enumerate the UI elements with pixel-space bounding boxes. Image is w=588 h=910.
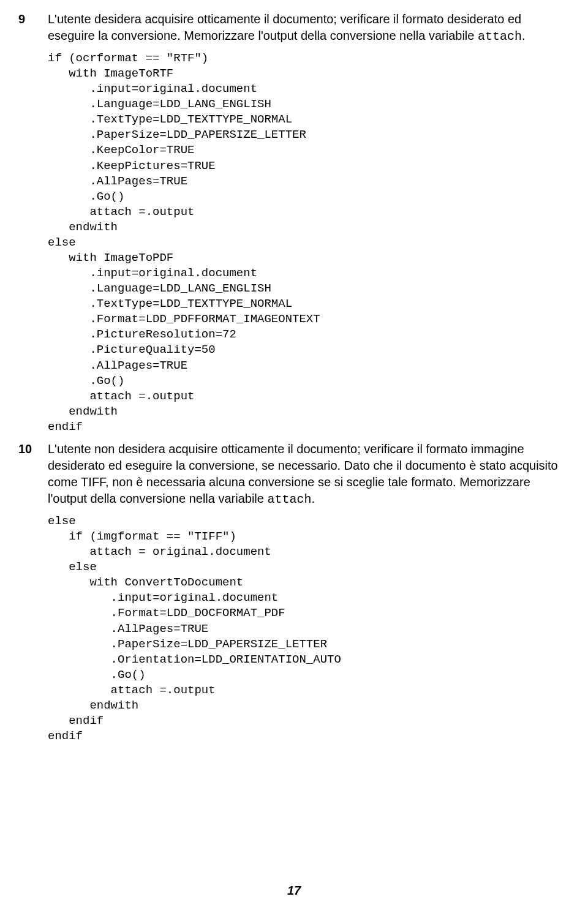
step-9-text: L'utente desidera acquisire otticamente …	[48, 11, 570, 45]
code-block-2: else if (imgformat == "TIFF") attach = o…	[48, 514, 570, 744]
inline-code-attach-2: attach	[268, 492, 312, 506]
step-9-number: 9	[18, 11, 48, 28]
step-9: 9 L'utente desidera acquisire otticament…	[18, 11, 570, 45]
inline-code-attach: attach	[478, 29, 522, 43]
code-block-1: if (ocrformat == "RTF") with ImageToRTF …	[48, 51, 570, 435]
step-10-number: 10	[18, 441, 48, 457]
step-10-body: L'utente non desidera acquisire otticame…	[48, 441, 570, 508]
step-9-body: L'utente desidera acquisire otticamente …	[48, 11, 570, 45]
step-10-text: L'utente non desidera acquisire otticame…	[48, 441, 570, 508]
step-10: 10 L'utente non desidera acquisire ottic…	[18, 441, 570, 508]
page-number: 17	[0, 884, 588, 898]
